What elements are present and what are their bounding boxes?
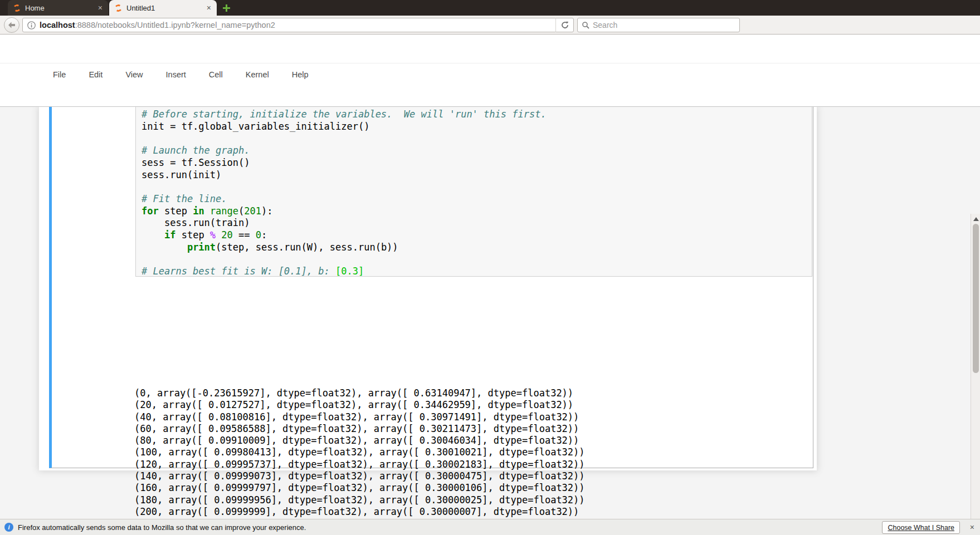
back-arrow-icon [8,22,16,28]
output-line: (20, array([ 0.0127527], dtype=float32),… [134,399,585,411]
info-icon: i [4,523,13,532]
notification-text: Firefox automatically sends some data to… [18,523,306,532]
code-line [142,181,547,193]
output-line: (160, array([ 0.09999797], dtype=float32… [134,482,585,494]
cell-output-area: (0, array([-0.23615927], dtype=float32),… [134,387,585,518]
url-host: localhost [40,21,75,30]
code-line: if step % 20 == 0: [142,229,547,242]
back-button[interactable] [4,17,19,33]
menu-cell[interactable]: Cell [209,70,223,79]
output-line: (180, array([ 0.09999956], dtype=float32… [134,494,585,506]
code-editor[interactable]: # Before starting, initialize the variab… [142,109,547,278]
tab-label: Home [25,4,45,12]
code-line: # Fit the line. [142,193,547,205]
code-line: # Before starting, initialize the variab… [142,109,547,121]
notebook-menubar: File Edit View Insert Cell Kernel Help P… [0,63,980,85]
output-line: (60, array([ 0.09586588], dtype=float32)… [134,423,585,435]
menu-edit[interactable]: Edit [89,70,103,79]
browser-tab-home[interactable]: Home × [8,0,108,16]
output-line: (140, array([ 0.09999073], dtype=float32… [134,470,585,482]
code-line: print(step, sess.run(W), sess.run(b)) [142,242,547,254]
menu-file[interactable]: File [53,70,66,79]
browser-tab-untitled1[interactable]: Untitled1 × [109,0,217,16]
code-line: for step in range(201): [142,205,547,218]
output-line: (0, array([-0.23615927], dtype=float32),… [134,387,585,399]
jupyter-favicon [114,3,123,12]
scrollbar-thumb[interactable] [973,224,979,373]
notification-close-icon[interactable]: × [970,523,974,532]
page-scrollbar[interactable] [971,214,980,519]
reload-button[interactable] [555,18,573,32]
tab-close-icon[interactable]: × [98,4,103,12]
code-line: # Learns best fit is W: [0.1], b: [0.3] [142,266,547,278]
output-line: (40, array([ 0.08100816], dtype=float32)… [134,411,585,423]
choose-what-i-share-button[interactable]: Choose What I Share [882,521,960,534]
menu-view[interactable]: View [125,70,143,79]
search-input[interactable]: Search [577,18,740,32]
screen: Home × Untitled1 × [0,0,980,535]
code-line: init = tf.global_variables_initializer() [142,121,547,133]
browser-notification-bar: i Firefox automatically sends some data … [0,519,980,535]
menu-items: File Edit View Insert Cell Kernel Help [53,63,309,85]
tab-close-icon[interactable]: × [207,4,211,12]
code-line: sess.run(init) [142,169,547,181]
url-bar[interactable]: localhost:8888/notebooks/Untitled1.ipynb… [22,18,574,32]
output-line: (100, array([ 0.09980413], dtype=float32… [134,446,585,458]
page-info-icon[interactable] [23,21,40,30]
notebook-header: jupyter Untitled1 Last Checkpoint: a min… [0,35,980,63]
tab-label: Untitled1 [126,4,155,12]
code-line: sess = tf.Session() [142,157,547,169]
code-line [142,132,547,145]
browser-nav-bar: localhost:8888/notebooks/Untitled1.ipynb… [0,16,980,35]
jupyter-favicon [13,3,21,12]
browser-tab-bar: Home × Untitled1 × [0,0,980,16]
search-icon [582,22,589,29]
notebook-toolbar: ✂ [0,85,980,107]
output-line: (120, array([ 0.09995737], dtype=float32… [134,459,585,470]
plus-icon [222,4,231,12]
search-placeholder: Search [593,21,617,30]
reload-icon [561,21,569,29]
code-line: sess.run(train) [142,217,547,229]
scrollbar-up-arrow[interactable] [973,217,979,221]
notebook-content: # Before starting, initialize the variab… [0,107,980,519]
url-text: localhost:8888/notebooks/Untitled1.ipynb… [40,21,275,30]
menu-help[interactable]: Help [292,70,309,79]
new-tab-button[interactable] [220,2,233,13]
output-line: (80, array([ 0.09910009], dtype=float32)… [134,435,585,446]
menu-kernel[interactable]: Kernel [246,70,269,79]
output-line: (200, array([ 0.0999999], dtype=float32)… [134,506,585,518]
url-path: :8888/notebooks/Untitled1.ipynb?kernel_n… [75,21,275,30]
cell-input-area[interactable]: # Before starting, initialize the variab… [135,107,812,277]
menu-insert[interactable]: Insert [166,70,186,79]
code-line [142,253,547,266]
code-line: # Launch the graph. [142,145,547,157]
